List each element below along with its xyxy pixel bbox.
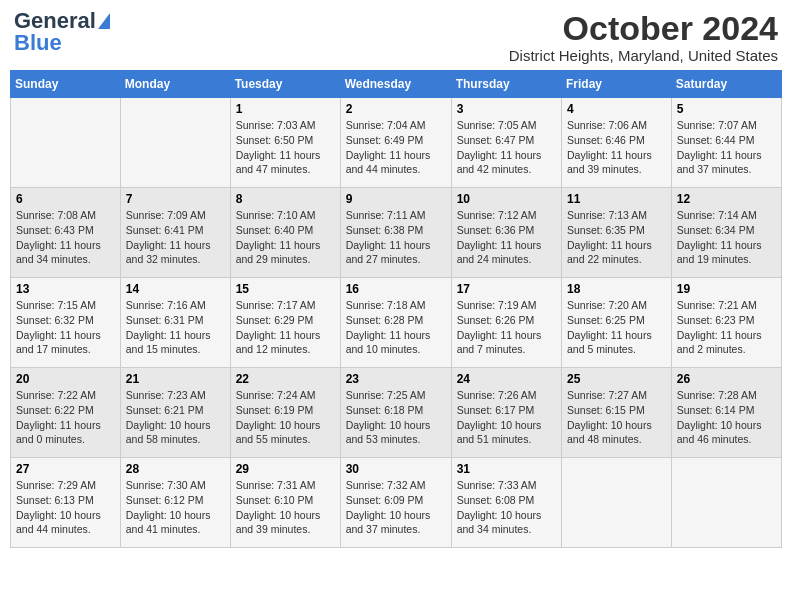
day-info: Sunrise: 7:12 AMSunset: 6:36 PMDaylight:… xyxy=(457,208,556,267)
day-info: Sunrise: 7:06 AMSunset: 6:46 PMDaylight:… xyxy=(567,118,666,177)
day-info: Sunrise: 7:04 AMSunset: 6:49 PMDaylight:… xyxy=(346,118,446,177)
calendar-cell: 30Sunrise: 7:32 AMSunset: 6:09 PMDayligh… xyxy=(340,458,451,548)
day-info: Sunrise: 7:29 AMSunset: 6:13 PMDaylight:… xyxy=(16,478,115,537)
day-info: Sunrise: 7:24 AMSunset: 6:19 PMDaylight:… xyxy=(236,388,335,447)
calendar-cell: 31Sunrise: 7:33 AMSunset: 6:08 PMDayligh… xyxy=(451,458,561,548)
calendar-week-row: 13Sunrise: 7:15 AMSunset: 6:32 PMDayligh… xyxy=(11,278,782,368)
calendar-cell: 12Sunrise: 7:14 AMSunset: 6:34 PMDayligh… xyxy=(671,188,781,278)
day-info: Sunrise: 7:22 AMSunset: 6:22 PMDaylight:… xyxy=(16,388,115,447)
day-number: 10 xyxy=(457,192,556,206)
calendar-cell xyxy=(562,458,672,548)
title-block: October 2024 District Heights, Maryland,… xyxy=(509,10,778,64)
day-of-week-header: Saturday xyxy=(671,71,781,98)
day-number: 7 xyxy=(126,192,225,206)
day-number: 15 xyxy=(236,282,335,296)
calendar-cell: 21Sunrise: 7:23 AMSunset: 6:21 PMDayligh… xyxy=(120,368,230,458)
calendar-cell: 14Sunrise: 7:16 AMSunset: 6:31 PMDayligh… xyxy=(120,278,230,368)
calendar-cell: 26Sunrise: 7:28 AMSunset: 6:14 PMDayligh… xyxy=(671,368,781,458)
calendar-cell: 22Sunrise: 7:24 AMSunset: 6:19 PMDayligh… xyxy=(230,368,340,458)
calendar-cell: 20Sunrise: 7:22 AMSunset: 6:22 PMDayligh… xyxy=(11,368,121,458)
calendar-cell: 1Sunrise: 7:03 AMSunset: 6:50 PMDaylight… xyxy=(230,98,340,188)
calendar-cell: 10Sunrise: 7:12 AMSunset: 6:36 PMDayligh… xyxy=(451,188,561,278)
day-number: 24 xyxy=(457,372,556,386)
day-number: 19 xyxy=(677,282,776,296)
day-number: 14 xyxy=(126,282,225,296)
day-number: 11 xyxy=(567,192,666,206)
day-info: Sunrise: 7:14 AMSunset: 6:34 PMDaylight:… xyxy=(677,208,776,267)
month-title: October 2024 xyxy=(509,10,778,47)
day-of-week-header: Monday xyxy=(120,71,230,98)
calendar-cell: 18Sunrise: 7:20 AMSunset: 6:25 PMDayligh… xyxy=(562,278,672,368)
calendar-cell xyxy=(11,98,121,188)
calendar-cell: 6Sunrise: 7:08 AMSunset: 6:43 PMDaylight… xyxy=(11,188,121,278)
day-number: 21 xyxy=(126,372,225,386)
day-info: Sunrise: 7:05 AMSunset: 6:47 PMDaylight:… xyxy=(457,118,556,177)
calendar-week-row: 27Sunrise: 7:29 AMSunset: 6:13 PMDayligh… xyxy=(11,458,782,548)
day-info: Sunrise: 7:10 AMSunset: 6:40 PMDaylight:… xyxy=(236,208,335,267)
day-number: 6 xyxy=(16,192,115,206)
day-info: Sunrise: 7:07 AMSunset: 6:44 PMDaylight:… xyxy=(677,118,776,177)
logo-arrow-icon xyxy=(98,13,110,29)
day-number: 23 xyxy=(346,372,446,386)
calendar-cell: 11Sunrise: 7:13 AMSunset: 6:35 PMDayligh… xyxy=(562,188,672,278)
calendar-cell xyxy=(120,98,230,188)
day-number: 4 xyxy=(567,102,666,116)
calendar-week-row: 1Sunrise: 7:03 AMSunset: 6:50 PMDaylight… xyxy=(11,98,782,188)
calendar-cell: 8Sunrise: 7:10 AMSunset: 6:40 PMDaylight… xyxy=(230,188,340,278)
calendar-cell: 3Sunrise: 7:05 AMSunset: 6:47 PMDaylight… xyxy=(451,98,561,188)
day-number: 1 xyxy=(236,102,335,116)
logo-blue-text: Blue xyxy=(14,32,62,54)
day-info: Sunrise: 7:15 AMSunset: 6:32 PMDaylight:… xyxy=(16,298,115,357)
day-info: Sunrise: 7:13 AMSunset: 6:35 PMDaylight:… xyxy=(567,208,666,267)
day-info: Sunrise: 7:27 AMSunset: 6:15 PMDaylight:… xyxy=(567,388,666,447)
day-info: Sunrise: 7:28 AMSunset: 6:14 PMDaylight:… xyxy=(677,388,776,447)
day-info: Sunrise: 7:19 AMSunset: 6:26 PMDaylight:… xyxy=(457,298,556,357)
day-number: 26 xyxy=(677,372,776,386)
day-info: Sunrise: 7:11 AMSunset: 6:38 PMDaylight:… xyxy=(346,208,446,267)
calendar-cell: 16Sunrise: 7:18 AMSunset: 6:28 PMDayligh… xyxy=(340,278,451,368)
day-info: Sunrise: 7:20 AMSunset: 6:25 PMDaylight:… xyxy=(567,298,666,357)
day-number: 28 xyxy=(126,462,225,476)
calendar-cell: 23Sunrise: 7:25 AMSunset: 6:18 PMDayligh… xyxy=(340,368,451,458)
calendar-cell: 28Sunrise: 7:30 AMSunset: 6:12 PMDayligh… xyxy=(120,458,230,548)
day-of-week-header: Wednesday xyxy=(340,71,451,98)
calendar-cell: 19Sunrise: 7:21 AMSunset: 6:23 PMDayligh… xyxy=(671,278,781,368)
day-number: 18 xyxy=(567,282,666,296)
day-info: Sunrise: 7:25 AMSunset: 6:18 PMDaylight:… xyxy=(346,388,446,447)
day-number: 17 xyxy=(457,282,556,296)
day-info: Sunrise: 7:17 AMSunset: 6:29 PMDaylight:… xyxy=(236,298,335,357)
calendar-table: SundayMondayTuesdayWednesdayThursdayFrid… xyxy=(10,70,782,548)
day-number: 29 xyxy=(236,462,335,476)
logo: General Blue xyxy=(14,10,110,54)
calendar-cell: 7Sunrise: 7:09 AMSunset: 6:41 PMDaylight… xyxy=(120,188,230,278)
day-number: 13 xyxy=(16,282,115,296)
day-of-week-header: Sunday xyxy=(11,71,121,98)
calendar-cell: 25Sunrise: 7:27 AMSunset: 6:15 PMDayligh… xyxy=(562,368,672,458)
calendar-cell: 4Sunrise: 7:06 AMSunset: 6:46 PMDaylight… xyxy=(562,98,672,188)
calendar-cell: 5Sunrise: 7:07 AMSunset: 6:44 PMDaylight… xyxy=(671,98,781,188)
day-number: 3 xyxy=(457,102,556,116)
day-info: Sunrise: 7:18 AMSunset: 6:28 PMDaylight:… xyxy=(346,298,446,357)
page-header: General Blue October 2024 District Heigh… xyxy=(10,10,782,64)
logo-text: General xyxy=(14,10,96,32)
day-info: Sunrise: 7:33 AMSunset: 6:08 PMDaylight:… xyxy=(457,478,556,537)
day-info: Sunrise: 7:26 AMSunset: 6:17 PMDaylight:… xyxy=(457,388,556,447)
location-title: District Heights, Maryland, United State… xyxy=(509,47,778,64)
day-number: 25 xyxy=(567,372,666,386)
day-number: 27 xyxy=(16,462,115,476)
day-number: 12 xyxy=(677,192,776,206)
day-of-week-header: Friday xyxy=(562,71,672,98)
calendar-cell xyxy=(671,458,781,548)
calendar-header-row: SundayMondayTuesdayWednesdayThursdayFrid… xyxy=(11,71,782,98)
calendar-cell: 15Sunrise: 7:17 AMSunset: 6:29 PMDayligh… xyxy=(230,278,340,368)
day-of-week-header: Tuesday xyxy=(230,71,340,98)
calendar-cell: 24Sunrise: 7:26 AMSunset: 6:17 PMDayligh… xyxy=(451,368,561,458)
day-info: Sunrise: 7:16 AMSunset: 6:31 PMDaylight:… xyxy=(126,298,225,357)
calendar-week-row: 6Sunrise: 7:08 AMSunset: 6:43 PMDaylight… xyxy=(11,188,782,278)
calendar-cell: 9Sunrise: 7:11 AMSunset: 6:38 PMDaylight… xyxy=(340,188,451,278)
calendar-cell: 29Sunrise: 7:31 AMSunset: 6:10 PMDayligh… xyxy=(230,458,340,548)
day-info: Sunrise: 7:31 AMSunset: 6:10 PMDaylight:… xyxy=(236,478,335,537)
day-number: 31 xyxy=(457,462,556,476)
calendar-week-row: 20Sunrise: 7:22 AMSunset: 6:22 PMDayligh… xyxy=(11,368,782,458)
day-info: Sunrise: 7:09 AMSunset: 6:41 PMDaylight:… xyxy=(126,208,225,267)
